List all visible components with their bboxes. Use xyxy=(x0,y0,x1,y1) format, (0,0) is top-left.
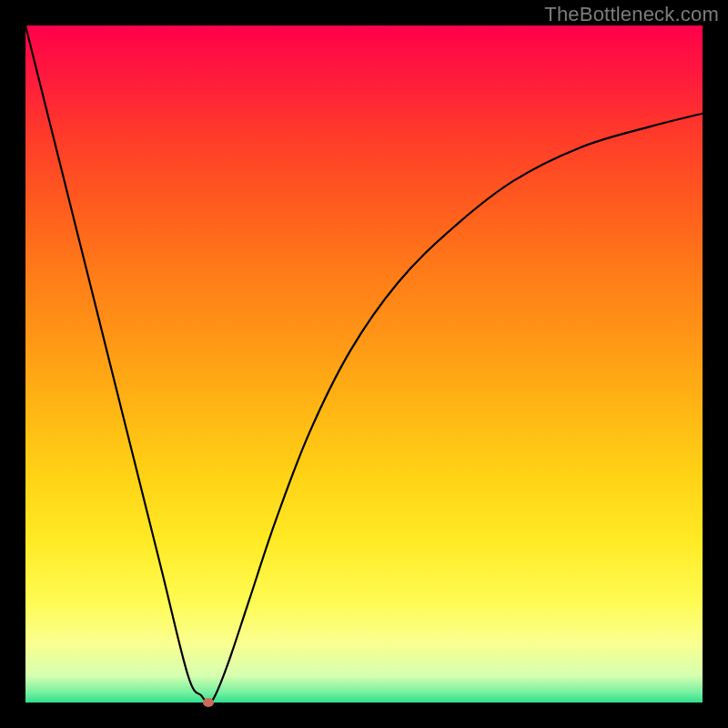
curve-svg xyxy=(25,25,703,703)
curve-path xyxy=(25,25,703,703)
watermark-text: TheBottleneck.com xyxy=(544,3,719,26)
optimum-marker xyxy=(203,698,214,707)
chart-container: TheBottleneck.com xyxy=(0,0,728,728)
plot-area xyxy=(25,25,703,703)
